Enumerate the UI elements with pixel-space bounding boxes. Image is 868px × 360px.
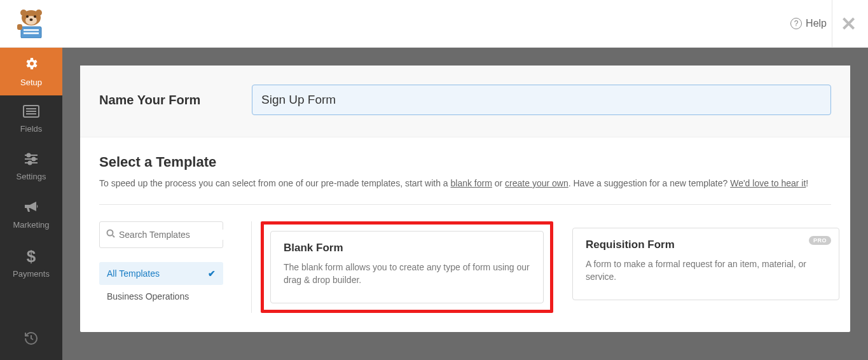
app-logo	[0, 0, 62, 48]
pro-badge: PRO	[809, 236, 831, 245]
card-title: Blank Form	[284, 242, 530, 254]
blank-form-link[interactable]: blank form	[451, 178, 492, 188]
sidebar-label: Payments	[13, 269, 50, 279]
sidebar-item-fields[interactable]: Fields	[0, 95, 62, 143]
bullhorn-icon	[24, 200, 39, 218]
svg-rect-10	[17, 24, 22, 30]
svg-point-18	[32, 158, 36, 161]
svg-point-1	[20, 10, 27, 16]
svg-rect-9	[24, 32, 39, 34]
svg-point-21	[107, 230, 113, 236]
help-label: Help	[806, 18, 827, 29]
svg-point-20	[29, 162, 32, 165]
suggestion-link[interactable]: We'd love to hear it	[730, 178, 806, 188]
search-templates-input[interactable]	[119, 230, 230, 240]
close-button[interactable]: ✕	[841, 13, 857, 35]
desc-text: . Have a suggestion for a new template?	[568, 178, 730, 188]
desc-text: To speed up the process you can select f…	[99, 178, 451, 188]
desc-text: or	[492, 178, 505, 188]
svg-point-2	[36, 10, 42, 16]
list-icon	[23, 105, 39, 121]
card-desc: A form to make a formal request for an i…	[586, 258, 826, 284]
template-card-highlight: Blank Form The blank form allows you to …	[261, 221, 553, 313]
svg-point-16	[27, 154, 31, 157]
category-business-operations[interactable]: Business Operations	[99, 285, 223, 308]
gear-icon	[24, 56, 39, 75]
main-area: Name Your Form Select a Template To spee…	[62, 48, 868, 360]
sidebar-label: Settings	[17, 172, 46, 181]
sliders-icon	[24, 153, 39, 169]
svg-point-6	[30, 18, 33, 21]
sidebar-label: Marketing	[13, 220, 49, 230]
search-templates-box[interactable]	[99, 221, 223, 248]
sidebar-item-payments[interactable]: $ Payments	[0, 239, 62, 286]
desc-text: !	[806, 178, 808, 188]
sidebar-item-settings[interactable]: Settings	[0, 143, 62, 191]
template-categories: All Templates ✔ Business Operations	[99, 221, 242, 313]
divider	[99, 204, 831, 205]
sidebar-footer[interactable]	[0, 319, 62, 360]
select-template-heading: Select a Template	[99, 154, 831, 170]
sidebar-label: Setup	[20, 78, 42, 87]
check-icon: ✔	[208, 268, 216, 279]
card-title: Requisition Form	[586, 239, 826, 251]
template-card-requisition-form[interactable]: PRO Requisition Form A form to make a fo…	[572, 228, 839, 300]
svg-point-5	[34, 15, 36, 18]
svg-point-4	[26, 15, 29, 18]
template-cards: Blank Form The blank form allows you to …	[251, 221, 839, 313]
topbar: ? Help ✕	[0, 0, 868, 48]
svg-line-22	[113, 235, 114, 237]
category-all-templates[interactable]: All Templates ✔	[99, 262, 223, 285]
dollar-icon: $	[27, 247, 36, 267]
help-link[interactable]: ? Help	[790, 18, 827, 29]
sidebar-item-setup[interactable]: Setup	[0, 48, 62, 95]
category-label: All Templates	[107, 268, 160, 279]
name-form-label: Name Your Form	[99, 93, 226, 107]
history-icon	[23, 330, 39, 349]
svg-rect-8	[24, 29, 39, 31]
form-name-input[interactable]	[252, 85, 831, 115]
category-label: Business Operations	[107, 291, 189, 301]
sidebar-item-marketing[interactable]: Marketing	[0, 191, 62, 239]
divider	[832, 0, 832, 47]
create-your-own-link[interactable]: create your own	[505, 178, 568, 188]
template-card-blank-form[interactable]: Blank Form The blank form allows you to …	[270, 231, 544, 303]
sidebar: Setup Fields Settings Marketing $ Paymen…	[0, 48, 62, 360]
setup-panel: Name Your Form Select a Template To spee…	[80, 66, 850, 332]
search-icon	[106, 229, 115, 240]
card-desc: The blank form allows you to create any …	[284, 261, 530, 287]
name-row: Name Your Form	[80, 66, 850, 137]
select-template-desc: To speed up the process you can select f…	[99, 177, 830, 190]
sidebar-label: Fields	[20, 124, 43, 134]
help-icon: ?	[790, 18, 802, 29]
